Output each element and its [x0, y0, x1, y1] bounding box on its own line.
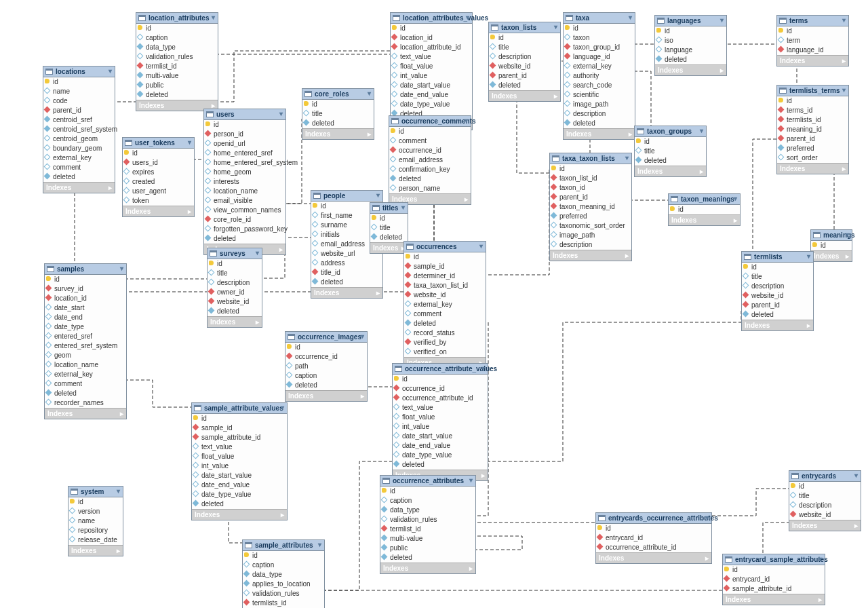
- column-person-id[interactable]: person_id: [204, 130, 285, 139]
- column-iso[interactable]: iso: [655, 36, 726, 45]
- entity-header[interactable]: location_attributes_values: [391, 13, 472, 24]
- indexes-section[interactable]: Indexes: [550, 250, 631, 261]
- entity-taxon-lists[interactable]: taxon_listsidtitledescriptionwebsite_idp…: [488, 22, 561, 102]
- column-geom[interactable]: geom: [45, 351, 126, 360]
- entity-header[interactable]: core_roles: [302, 89, 374, 100]
- column-name[interactable]: name: [43, 87, 115, 96]
- column-multi-value[interactable]: multi-value: [380, 534, 475, 544]
- column-taxa-taxon-list-id[interactable]: taxa_taxon_list_id: [404, 281, 486, 290]
- column-title[interactable]: title: [370, 223, 408, 233]
- column-id[interactable]: id: [45, 275, 126, 284]
- column-centroid-geom[interactable]: centroid_geom: [43, 134, 115, 144]
- column-taxon[interactable]: taxon: [564, 33, 635, 43]
- column-termlists-id[interactable]: termlists_id: [777, 115, 848, 125]
- column-entrycard-id[interactable]: entrycard_id: [596, 533, 711, 543]
- column-sample-id[interactable]: sample_id: [192, 423, 287, 433]
- column-date-type-value[interactable]: date_type_value: [393, 451, 488, 460]
- indexes-section[interactable]: Indexes: [635, 166, 706, 176]
- entity-header[interactable]: samples: [45, 264, 126, 275]
- column-code[interactable]: code: [43, 96, 115, 106]
- column-sample-attribute-id[interactable]: sample_attribute_id: [723, 584, 825, 594]
- column-id[interactable]: id: [669, 205, 740, 214]
- entity-header[interactable]: entrycards_occurrence_attributes: [596, 513, 711, 524]
- column-external-key[interactable]: external_key: [43, 153, 115, 163]
- entity-languages[interactable]: languagesidisolanguagedeletedIndexes: [654, 15, 727, 76]
- indexes-section[interactable]: Indexes: [285, 390, 367, 401]
- column-deleted[interactable]: deleted: [389, 174, 471, 184]
- column-confirmation-key[interactable]: confirmation_key: [389, 165, 471, 174]
- column-website-id[interactable]: website_id: [789, 510, 861, 520]
- column-parent-id[interactable]: parent_id: [489, 71, 560, 81]
- column-comment[interactable]: comment: [45, 379, 126, 389]
- column-occurrence-id[interactable]: occurrence_id: [393, 384, 488, 394]
- column-release-date[interactable]: release_date: [68, 535, 123, 545]
- column-title[interactable]: title: [302, 109, 374, 119]
- column-caption[interactable]: caption: [380, 496, 475, 506]
- column-location-id[interactable]: location_id: [391, 33, 472, 43]
- column-deleted[interactable]: deleted: [136, 90, 218, 100]
- column-int-value[interactable]: int_value: [393, 422, 488, 432]
- column-survey-id[interactable]: survey_id: [45, 284, 126, 294]
- column-float-value[interactable]: float_value: [391, 62, 472, 71]
- column-date-end-value[interactable]: date_end_value: [192, 480, 287, 490]
- entity-meanings[interactable]: meaningsidIndexes: [810, 229, 852, 262]
- column-location-name[interactable]: location_name: [45, 360, 126, 370]
- entity-system[interactable]: systemidversionnamerepositoryrelease_dat…: [68, 486, 123, 556]
- column-title-id[interactable]: title_id: [311, 268, 382, 278]
- column-location-name[interactable]: location_name: [204, 187, 285, 196]
- column-location-id[interactable]: location_id: [45, 294, 126, 303]
- column-core-role-id[interactable]: core_role_id: [204, 215, 285, 225]
- column-id[interactable]: id: [43, 77, 115, 87]
- indexes-section[interactable]: Indexes: [380, 563, 475, 573]
- entity-taxa[interactable]: taxaidtaxontaxon_group_idlanguage_idexte…: [563, 12, 635, 140]
- column-expires[interactable]: expires: [123, 168, 194, 177]
- column-date-type-value[interactable]: date_type_value: [391, 100, 472, 109]
- column-id[interactable]: id: [68, 497, 123, 507]
- column-public[interactable]: public: [136, 81, 218, 90]
- indexes-section[interactable]: Indexes: [564, 128, 635, 139]
- column-language[interactable]: language: [655, 45, 726, 55]
- column-image-path[interactable]: image_path: [550, 231, 631, 240]
- entity-entrycards-occurrence-attributes[interactable]: entrycards_occurrence_attributesidentryc…: [595, 512, 712, 564]
- column-id[interactable]: id: [489, 33, 560, 43]
- column-entered-sref[interactable]: entered_sref: [45, 332, 126, 341]
- column-data-type[interactable]: data_type: [380, 506, 475, 515]
- column-email-visible[interactable]: email_visible: [204, 196, 285, 206]
- column-multi-value[interactable]: multi-value: [136, 71, 218, 81]
- entity-header[interactable]: entrycards: [789, 471, 861, 482]
- column-entrycard-id[interactable]: entrycard_id: [723, 575, 825, 584]
- column-website-id[interactable]: website_id: [489, 62, 560, 71]
- column-comment[interactable]: comment: [389, 136, 471, 146]
- column-id[interactable]: id: [811, 241, 852, 250]
- column-entered-sref-system[interactable]: entered_sref_system: [45, 341, 126, 351]
- column-term[interactable]: term: [777, 36, 848, 45]
- column-centroid-sref[interactable]: centroid_sref: [43, 115, 115, 125]
- column-parent-id[interactable]: parent_id: [742, 301, 813, 310]
- column-external-key[interactable]: external_key: [404, 300, 486, 309]
- column-occurrence-id[interactable]: occurrence_id: [389, 146, 471, 155]
- indexes-section[interactable]: Indexes: [311, 287, 382, 298]
- indexes-section[interactable]: Indexes: [742, 320, 813, 330]
- column-date-start-value[interactable]: date_start_value: [192, 471, 287, 480]
- column-external-key[interactable]: external_key: [45, 370, 126, 379]
- column-title[interactable]: title: [635, 147, 706, 156]
- entity-header[interactable]: taxa: [564, 13, 635, 24]
- column-taxon-group-id[interactable]: taxon_group_id: [564, 43, 635, 52]
- column-website-id[interactable]: website_id: [404, 290, 486, 300]
- column-sample-id[interactable]: sample_id: [404, 262, 486, 271]
- column-interests[interactable]: interests: [204, 177, 285, 187]
- column-parent-id[interactable]: parent_id: [550, 193, 631, 202]
- column-caption[interactable]: caption: [243, 560, 324, 570]
- column-float-value[interactable]: float_value: [192, 452, 287, 461]
- column-deleted[interactable]: deleted: [742, 310, 813, 320]
- column-occurrence-attribute-id[interactable]: occurrence_attribute_id: [596, 543, 711, 552]
- column-id[interactable]: id: [389, 127, 471, 136]
- column-home-geom[interactable]: home_geom: [204, 168, 285, 177]
- column-recorder-names[interactable]: recorder_names: [45, 398, 126, 408]
- column-id[interactable]: id: [123, 149, 194, 158]
- column-centroid-sref-system[interactable]: centroid_sref_system: [43, 125, 115, 134]
- indexes-section[interactable]: Indexes: [208, 316, 262, 327]
- entity-header[interactable]: people: [311, 191, 382, 202]
- column-website-id[interactable]: website_id: [742, 291, 813, 301]
- column-preferred[interactable]: preferred: [777, 144, 848, 153]
